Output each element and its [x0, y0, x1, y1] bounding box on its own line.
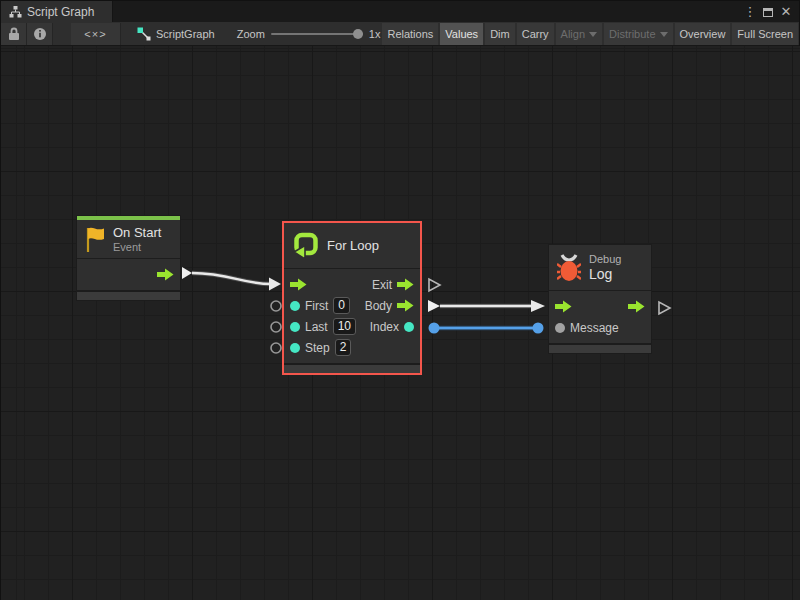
relations-button[interactable]: Relations [382, 23, 438, 45]
graph-name: ScriptGraph [156, 28, 215, 40]
carry-button[interactable]: Carry [517, 23, 554, 45]
debug-category: Debug [589, 253, 621, 265]
flow-out-port[interactable] [157, 268, 174, 281]
last-label: Last [305, 320, 328, 334]
toolbar-right-group: Relations Values Dim Carry Align Distrib… [382, 23, 799, 45]
chevron-down-icon [660, 32, 668, 37]
green-arrow-icon [397, 299, 414, 312]
graph-icon [137, 27, 151, 41]
chevron-down-icon [589, 32, 597, 37]
log-title: Log [589, 266, 621, 282]
first-label: First [305, 299, 328, 313]
node-debug-log[interactable]: Debug Log Message [548, 244, 652, 354]
maximize-icon[interactable] [763, 8, 773, 17]
tab-title: Script Graph [27, 5, 94, 19]
lock-icon [8, 27, 20, 41]
align-label: Align [561, 28, 585, 40]
values-button[interactable]: Values [440, 23, 483, 45]
zoom-slider-handle[interactable] [353, 29, 363, 39]
for-loop-footer [284, 363, 420, 373]
index-port[interactable]: Index [370, 320, 414, 334]
exit-label: Exit [372, 278, 392, 292]
node-on-start[interactable]: On Start Event [76, 215, 181, 301]
body-label: Body [365, 299, 392, 313]
first-value-input[interactable]: 0 [333, 297, 350, 314]
code-view-button[interactable]: <×> [71, 23, 121, 45]
step-port[interactable]: Step 2 [290, 339, 351, 356]
last-value-input[interactable]: 10 [333, 318, 356, 335]
bug-icon [557, 254, 581, 282]
on-start-title: On Start [113, 225, 161, 240]
debug-log-body: Message [549, 291, 651, 343]
last-port[interactable]: Last 10 [290, 318, 356, 335]
debug-log-footer [549, 343, 651, 353]
value-port-dot [290, 343, 300, 353]
on-start-footer [77, 290, 180, 300]
zoom-label: Zoom [237, 28, 265, 40]
node-for-loop[interactable]: For Loop Exit First 0 [282, 221, 422, 375]
toolbar: <×> ScriptGraph Zoom 1x Relations Values… [1, 22, 799, 46]
for-loop-title: For Loop [327, 238, 379, 253]
flag-icon [85, 226, 105, 253]
window-controls: ⋮ ✕ [743, 1, 799, 22]
step-value-input[interactable]: 2 [335, 339, 352, 356]
zoom-control: Zoom 1x [237, 28, 381, 40]
on-start-body [77, 259, 180, 290]
debug-log-header: Debug Log [549, 245, 651, 290]
script-graph-window: Script Graph ⋮ ✕ <×> [0, 0, 800, 600]
on-start-header: On Start Event [77, 220, 180, 258]
value-port-dot [290, 301, 300, 311]
loop-arrow-icon [292, 232, 319, 259]
for-loop-body: Exit First 0 Body [284, 269, 420, 363]
body-port[interactable]: Body [365, 299, 414, 313]
zoom-value: 1x [369, 28, 381, 40]
info-button[interactable] [27, 23, 53, 45]
graph-breadcrumb[interactable]: ScriptGraph [137, 27, 215, 41]
first-port[interactable]: First 0 [290, 297, 350, 314]
full-screen-button[interactable]: Full Screen [732, 23, 798, 45]
value-port-dot [555, 323, 565, 333]
tab-script-graph[interactable]: Script Graph [1, 1, 113, 22]
close-icon[interactable]: ✕ [779, 1, 793, 22]
value-port-dot [404, 322, 414, 332]
zoom-slider[interactable] [271, 33, 363, 35]
distribute-dropdown[interactable]: Distribute [604, 23, 672, 45]
lock-button[interactable] [1, 23, 27, 45]
align-dropdown[interactable]: Align [556, 23, 602, 45]
message-port[interactable]: Message [555, 321, 619, 335]
value-port-dot [290, 322, 300, 332]
message-label: Message [570, 321, 619, 335]
flow-in-port[interactable] [555, 300, 572, 313]
flow-in-port[interactable] [290, 278, 307, 291]
for-loop-header: For Loop [284, 223, 420, 268]
dim-button[interactable]: Dim [485, 23, 515, 45]
info-icon [33, 27, 47, 41]
on-start-subtitle: Event [113, 241, 161, 253]
hierarchy-icon [9, 6, 22, 18]
overview-button[interactable]: Overview [675, 23, 731, 45]
titlebar: Script Graph ⋮ ✕ [1, 1, 799, 22]
menu-icon[interactable]: ⋮ [743, 1, 757, 22]
step-label: Step [305, 341, 330, 355]
distribute-label: Distribute [609, 28, 655, 40]
flow-out-port[interactable] [628, 300, 645, 313]
green-arrow-icon [397, 278, 414, 291]
exit-port[interactable]: Exit [372, 278, 414, 292]
index-label: Index [370, 320, 399, 334]
